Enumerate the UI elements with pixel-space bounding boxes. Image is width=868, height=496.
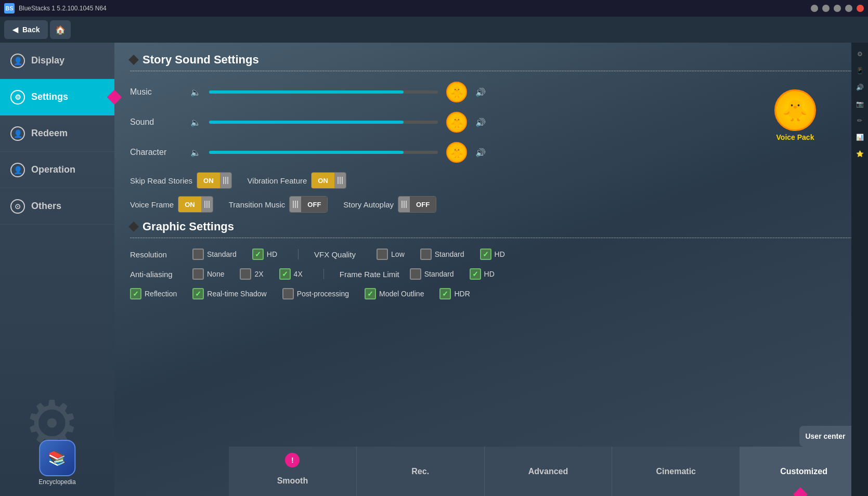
resolution-hd-checkbox[interactable]: ✓ <box>252 249 264 260</box>
tab-advanced-label: Advanced <box>528 467 568 476</box>
voice-pack[interactable]: 🐥 Voice Pack <box>774 89 816 141</box>
minimize-button[interactable]: ─ <box>834 5 841 12</box>
sidebar-right-icon-3[interactable]: 🔊 <box>853 81 866 94</box>
character-slider[interactable] <box>209 151 438 154</box>
voice-frame-toggle[interactable]: ON <box>178 196 213 213</box>
tab-customized[interactable]: Customized <box>740 447 868 496</box>
redeem-icon: 👤 <box>10 126 25 141</box>
reflection-group: ✓ Reflection <box>130 288 177 299</box>
aa-separator <box>323 269 324 279</box>
sidebar-right-icon-1[interactable]: ⚙ <box>853 48 866 60</box>
sound-vol-down-icon[interactable]: 🔈 <box>190 118 201 127</box>
realtime-shadow-group: ✓ Real-time Shadow <box>192 288 266 299</box>
fr-hd-label: HD <box>484 270 495 278</box>
model-outline-label: Model Outline <box>379 290 424 298</box>
encyclopedia-label: Encyclopedia <box>38 478 75 486</box>
tab-customized-label: Customized <box>780 467 827 476</box>
vfx-hd-label: HD <box>495 250 505 258</box>
aa-2x-group: 2X <box>240 268 263 280</box>
top-nav: ◀ Back 🏠 <box>0 17 868 43</box>
fr-standard-checkbox[interactable] <box>410 268 421 280</box>
bluestacks-icon: BS <box>4 3 15 14</box>
transition-music-toggle[interactable]: OFF <box>289 196 328 213</box>
story-autoplay-label: Story Autoplay <box>343 200 394 209</box>
tab-cinematic[interactable]: Cinematic <box>612 447 740 496</box>
music-slider[interactable] <box>209 90 438 94</box>
vfx-low-checkbox[interactable] <box>377 249 388 260</box>
music-slider-fill <box>209 90 404 94</box>
sidebar-item-settings[interactable]: ⚙ Settings <box>0 79 114 115</box>
sound-section-diamond <box>128 55 139 65</box>
music-vol-up-icon[interactable]: 🔊 <box>475 87 486 97</box>
user-center-label: User center <box>805 432 845 440</box>
char-vol-up-icon[interactable]: 🔊 <box>475 148 486 158</box>
resolution-standard-checkbox[interactable] <box>192 249 204 260</box>
vfx-standard-checkbox[interactable] <box>420 249 432 260</box>
resolution-row: Resolution Standard ✓ HD VFX Quality Low… <box>130 249 852 260</box>
aa-none-group: None <box>192 268 224 280</box>
maximize-button[interactable]: □ <box>845 5 852 12</box>
music-row: Music 🔈 🐥 🔊 <box>130 82 852 102</box>
story-autoplay-toggle[interactable]: OFF <box>398 196 436 213</box>
close-button[interactable]: ✕ <box>857 5 864 12</box>
aa-none-checkbox[interactable] <box>192 268 204 280</box>
vfx-hd-checkbox[interactable]: ✓ <box>480 249 491 260</box>
sound-vol-up-icon[interactable]: 🔊 <box>475 118 486 127</box>
music-label: Music <box>130 87 182 97</box>
back-label: Back <box>22 25 40 34</box>
sidebar-item-operation[interactable]: 👤 Operation <box>0 152 114 188</box>
tab-smooth[interactable]: ! Smooth <box>229 447 357 496</box>
anti-aliasing-label: Anti-aliasing <box>130 270 182 279</box>
sound-slider[interactable] <box>209 121 438 124</box>
tab-rec-label: Rec. <box>411 467 429 476</box>
sidebar-right-icon-4[interactable]: 📷 <box>853 98 866 110</box>
bottom-tabs: ! Smooth Rec. Advanced Cinematic Customi… <box>229 447 868 496</box>
skip-stories-toggle[interactable]: ON <box>197 172 232 189</box>
sidebar-item-display[interactable]: 👤 Display <box>0 43 114 79</box>
sidebar-right-icon-5[interactable]: ✏ <box>853 114 866 127</box>
vibration-toggle[interactable]: ON <box>311 172 346 189</box>
vfx-quality-label: VFX Quality <box>314 250 366 259</box>
reflection-checkbox[interactable]: ✓ <box>130 288 141 299</box>
char-vol-down-icon[interactable]: 🔈 <box>190 148 201 158</box>
settings-icon: ⚙ <box>10 90 25 105</box>
encyclopedia-button[interactable]: 📚 Encyclopedia <box>38 440 75 486</box>
model-outline-checkbox[interactable]: ✓ <box>365 288 376 299</box>
sidebar-item-redeem[interactable]: 👤 Redeem <box>0 115 114 152</box>
user-center-button[interactable]: User center <box>799 426 851 447</box>
customized-active-diamond <box>793 487 807 496</box>
tab-advanced[interactable]: Advanced <box>485 447 613 496</box>
menu-button[interactable]: ☰ <box>822 5 830 12</box>
sidebar-right-icon-7[interactable]: ⭐ <box>853 148 866 160</box>
help-button[interactable]: ? <box>811 5 818 12</box>
tab-rec[interactable]: Rec. <box>357 447 485 496</box>
sidebar-right-icon-2[interactable]: 📱 <box>853 64 866 77</box>
sound-row: Sound 🔈 🐥 🔊 <box>130 112 852 133</box>
sidebar-right-icon-6[interactable]: 📊 <box>853 131 866 143</box>
anti-aliasing-row: Anti-aliasing None 2X ✓ 4X Frame Rate Li… <box>130 268 852 280</box>
transition-music-off: OFF <box>301 197 327 212</box>
post-processing-group: Post-processing <box>282 288 349 299</box>
sound-duck-icon: 🐥 <box>446 112 467 133</box>
sidebar-item-display-label: Display <box>31 55 64 66</box>
resolution-separator <box>298 249 299 259</box>
vfx-low-label: Low <box>391 250 405 258</box>
resolution-hd-checkmark: ✓ <box>255 250 261 258</box>
vibration-lines <box>334 173 346 188</box>
aa-2x-checkbox[interactable] <box>240 268 251 280</box>
home-button[interactable]: 🏠 <box>50 20 71 39</box>
resolution-hd-group: ✓ HD <box>252 249 277 260</box>
post-processing-checkbox[interactable] <box>282 288 294 299</box>
aa-4x-checkbox[interactable]: ✓ <box>279 268 291 280</box>
story-autoplay-group: Story Autoplay OFF <box>343 196 436 213</box>
sidebar-item-others[interactable]: ⊙ Others <box>0 188 114 225</box>
skip-stories-label: Skip Read Stories <box>130 176 192 185</box>
fr-hd-checkbox[interactable]: ✓ <box>470 268 481 280</box>
back-button[interactable]: ◀ Back <box>4 20 48 39</box>
tab-cinematic-label: Cinematic <box>656 467 696 476</box>
realtime-shadow-checkbox[interactable]: ✓ <box>192 288 204 299</box>
reflection-checkmark: ✓ <box>133 290 139 298</box>
music-vol-down-icon[interactable]: 🔈 <box>190 87 201 97</box>
right-sidebar: ⚙ 📱 🔊 📷 ✏ 📊 ⭐ <box>851 43 868 496</box>
hdr-checkbox[interactable]: ✓ <box>439 288 451 299</box>
